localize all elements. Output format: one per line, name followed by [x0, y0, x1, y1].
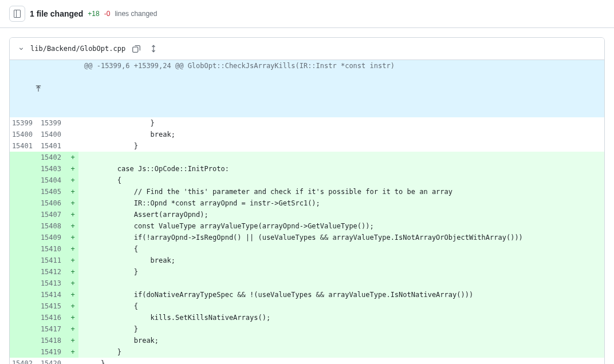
new-line-number[interactable]: 15404: [38, 175, 67, 186]
old-line-number[interactable]: [10, 335, 38, 346]
diff-line-addition: 15412+ }: [10, 266, 604, 278]
new-line-number[interactable]: 15419: [38, 346, 67, 358]
new-line-number[interactable]: 15412: [38, 266, 67, 278]
old-line-number[interactable]: [10, 163, 38, 175]
diff-marker: +: [67, 197, 78, 209]
new-line-number[interactable]: 15415: [38, 300, 67, 312]
code-cell: {: [78, 300, 604, 312]
code-cell: }: [78, 266, 604, 278]
diff-line-context: 1540215420 }: [10, 358, 604, 364]
diff-line-addition: 15413+: [10, 278, 604, 289]
copy-icon: [132, 45, 140, 53]
code-cell: {: [78, 175, 604, 186]
diff-marker: [67, 117, 78, 129]
old-line-number[interactable]: [10, 323, 38, 335]
diff-summary-bar: 1 file changed +18 -0 lines changed: [0, 0, 614, 28]
old-line-number[interactable]: [10, 152, 38, 163]
old-line-number[interactable]: 15400: [10, 129, 38, 140]
layout-toggle-button[interactable]: [9, 6, 25, 22]
code-cell: break;: [78, 335, 604, 346]
old-line-number[interactable]: [10, 346, 38, 358]
diff-marker: +: [67, 186, 78, 197]
new-line-number[interactable]: 15400: [38, 129, 67, 140]
old-line-number[interactable]: [10, 312, 38, 323]
new-line-number[interactable]: 15408: [38, 220, 67, 232]
old-line-number[interactable]: [10, 220, 38, 232]
new-line-number[interactable]: 15420: [38, 358, 67, 364]
diff-line-context: 1539915399 }: [10, 117, 604, 129]
old-line-number[interactable]: 15399: [10, 117, 38, 129]
diff-marker: +: [67, 163, 78, 175]
diff-line-addition: 15404+ {: [10, 175, 604, 186]
new-line-number[interactable]: 15416: [38, 312, 67, 323]
new-line-number[interactable]: 15418: [38, 335, 67, 346]
new-line-number[interactable]: 15413: [38, 278, 67, 289]
old-line-number[interactable]: 15401: [10, 140, 38, 152]
diff-line-addition: 15403+ case Js::OpCode::InitProto:: [10, 163, 604, 175]
diff-line-addition: 15416+ kills.SetKillsNativeArrays();: [10, 312, 604, 323]
diff-marker: [67, 129, 78, 140]
old-line-number[interactable]: [10, 209, 38, 220]
diff-marker: +: [67, 175, 78, 186]
diff-line-addition: 15415+ {: [10, 300, 604, 312]
copy-path-button[interactable]: [130, 42, 143, 55]
diff-marker: +: [67, 255, 78, 266]
new-line-number[interactable]: 15406: [38, 197, 67, 209]
new-line-number[interactable]: 15409: [38, 232, 67, 243]
diff-marker: +: [67, 266, 78, 278]
old-line-number[interactable]: [10, 289, 38, 300]
new-line-number[interactable]: 15417: [38, 323, 67, 335]
new-line-number[interactable]: 15399: [38, 117, 67, 129]
unfold-icon: [149, 45, 158, 53]
diff-line-addition: 15414+ if(doNativeArrayTypeSpec && !(use…: [10, 289, 604, 300]
diff-line-context: 1540015400 break;: [10, 129, 604, 140]
file-path[interactable]: lib/Backend/GlobOpt.cpp: [30, 45, 125, 53]
code-cell: break;: [78, 255, 604, 266]
diff-marker: [67, 358, 78, 364]
new-line-number[interactable]: 15405: [38, 186, 67, 197]
diff-marker: +: [67, 312, 78, 323]
diff-marker: +: [67, 243, 78, 255]
old-line-number[interactable]: [10, 243, 38, 255]
old-line-number[interactable]: [10, 175, 38, 186]
diff-marker: +: [67, 209, 78, 220]
new-line-number[interactable]: 15403: [38, 163, 67, 175]
additions-count: +18: [88, 10, 99, 18]
old-line-number[interactable]: [10, 278, 38, 289]
old-line-number[interactable]: [10, 300, 38, 312]
new-line-number[interactable]: 15401: [38, 140, 67, 152]
new-line-number[interactable]: 15402: [38, 152, 67, 163]
files-changed-count: 1 file changed: [30, 9, 83, 18]
diff-marker: [67, 140, 78, 152]
code-cell: // Find the 'this' parameter and check i…: [78, 186, 604, 197]
hunk-header-row: @@ -15399,6 +15399,24 @@ GlobOpt::CheckJ…: [10, 60, 604, 117]
code-cell: }: [78, 358, 604, 364]
new-line-number[interactable]: 15407: [38, 209, 67, 220]
chevron-down-icon: [18, 45, 25, 52]
code-cell: }: [78, 346, 604, 358]
diff-line-context: 1540115401 }: [10, 140, 604, 152]
code-cell: IR::Opnd *const arrayOpnd = instr->GetSr…: [78, 197, 604, 209]
diff-marker: +: [67, 232, 78, 243]
new-line-number[interactable]: 15414: [38, 289, 67, 300]
old-line-number[interactable]: 15402: [10, 358, 38, 364]
code-cell: Assert(arrayOpnd);: [78, 209, 604, 220]
new-line-number[interactable]: 15410: [38, 243, 67, 255]
new-line-number[interactable]: 15411: [38, 255, 67, 266]
old-line-number[interactable]: [10, 197, 38, 209]
code-cell: const ValueType arrayValueType(arrayOpnd…: [78, 220, 604, 232]
expand-collapse-button[interactable]: [147, 42, 160, 55]
old-line-number[interactable]: [10, 186, 38, 197]
old-line-number[interactable]: [10, 266, 38, 278]
diff-line-addition: 15402+: [10, 152, 604, 163]
expand-up-icon: [34, 85, 42, 93]
code-cell: case Js::OpCode::InitProto:: [78, 163, 604, 175]
diff-line-addition: 15417+ }: [10, 323, 604, 335]
old-line-number[interactable]: [10, 232, 38, 243]
code-cell: [78, 152, 604, 163]
diff-marker: +: [67, 323, 78, 335]
file-diff: lib/Backend/GlobOpt.cpp: [9, 37, 605, 364]
expand-up-button[interactable]: [10, 83, 67, 94]
old-line-number[interactable]: [10, 255, 38, 266]
collapse-file-button[interactable]: [17, 44, 26, 53]
